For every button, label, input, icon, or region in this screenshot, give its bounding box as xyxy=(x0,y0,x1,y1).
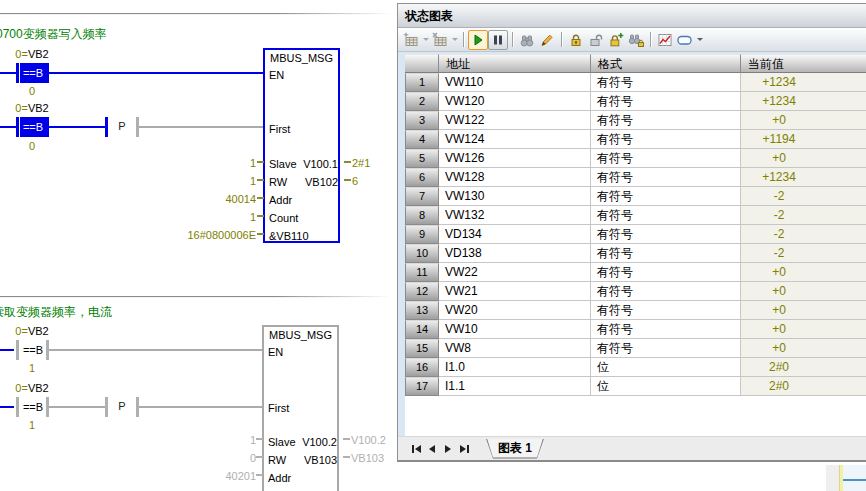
compare-contact[interactable]: ==B xyxy=(20,117,46,137)
mbus-msg-box[interactable]: MBUS_MSG EN First Slave V100.1 RW VB102 … xyxy=(263,48,340,243)
table-row: 8 VW132 有符号 -2 xyxy=(405,206,866,225)
row-number[interactable]: 14 xyxy=(405,320,439,339)
pin-dataptr[interactable]: &VB110 xyxy=(269,230,309,242)
force-button[interactable] xyxy=(566,30,586,50)
cell-format[interactable]: 有符号 xyxy=(591,92,741,111)
last-tab-button[interactable] xyxy=(456,442,472,456)
pin-addr: Addr xyxy=(268,472,291,484)
cell-address[interactable]: VW132 xyxy=(439,206,591,225)
cell-address[interactable]: VD138 xyxy=(439,244,591,263)
pause-icon xyxy=(492,34,504,46)
positive-edge-contact[interactable]: P xyxy=(111,400,133,412)
cell-format[interactable]: 有符号 xyxy=(591,168,741,187)
pin-rw-operand[interactable]: VB102 xyxy=(293,176,338,188)
cell-address[interactable]: VW8 xyxy=(439,339,591,358)
cell-format[interactable]: 有符号 xyxy=(591,301,741,320)
row-number[interactable]: 1 xyxy=(405,73,439,92)
compare-contact[interactable]: ==B xyxy=(20,397,46,417)
cell-format[interactable]: 位 xyxy=(591,358,741,377)
cell-address[interactable]: VW126 xyxy=(439,149,591,168)
cell-current-value: +0 xyxy=(741,111,866,130)
cell-current-value: -2 xyxy=(741,244,866,263)
cell-address[interactable]: VW20 xyxy=(439,301,591,320)
previous-tab-button[interactable] xyxy=(424,442,440,456)
pause-chart-button[interactable] xyxy=(488,30,508,50)
mbus-msg-box[interactable]: MBUS_MSG EN First Slave V100.2 RW VB103 … xyxy=(262,325,339,491)
cell-format[interactable]: 有符号 xyxy=(591,282,741,301)
tab-chart-1[interactable]: 图表 1 xyxy=(486,439,544,459)
compare-contact[interactable]: ==B xyxy=(20,63,46,83)
row-number[interactable]: 16 xyxy=(405,358,439,377)
cell-address[interactable]: VW124 xyxy=(439,130,591,149)
cell-format[interactable]: 有符号 xyxy=(591,187,741,206)
row-number[interactable]: 4 xyxy=(405,130,439,149)
column-header-format[interactable]: 格式 xyxy=(591,54,741,73)
corner-header[interactable] xyxy=(405,54,439,73)
cell-address[interactable]: VD134 xyxy=(439,225,591,244)
write-all-button[interactable] xyxy=(537,30,557,50)
cell-format[interactable]: 有符号 xyxy=(591,263,741,282)
wire xyxy=(0,72,17,74)
contact-operand-label: 0=VB2 xyxy=(2,48,62,60)
row-number[interactable]: 3 xyxy=(405,111,439,130)
network-separator xyxy=(0,296,392,298)
cell-format[interactable]: 有符号 xyxy=(591,73,741,92)
cell-format[interactable]: 有符号 xyxy=(591,244,741,263)
row-number[interactable]: 10 xyxy=(405,244,439,263)
pin-rw-operand[interactable]: VB103 xyxy=(292,454,337,466)
read-all-button[interactable] xyxy=(517,30,537,50)
bookmark-button[interactable] xyxy=(675,30,695,50)
pin-en: EN xyxy=(269,69,284,81)
cell-address[interactable]: VW22 xyxy=(439,263,591,282)
insert-row-dropdown[interactable] xyxy=(421,30,430,50)
cell-address[interactable]: VW21 xyxy=(439,282,591,301)
edge-contact-bar xyxy=(105,117,108,137)
row-number[interactable]: 9 xyxy=(405,225,439,244)
chart-status-button[interactable] xyxy=(468,30,488,50)
read-forced-button[interactable] xyxy=(626,30,646,50)
cell-address[interactable]: VW120 xyxy=(439,92,591,111)
row-number[interactable]: 15 xyxy=(405,339,439,358)
column-header-address[interactable]: 地址 xyxy=(439,54,591,73)
cell-address[interactable]: VW128 xyxy=(439,168,591,187)
row-number[interactable]: 13 xyxy=(405,301,439,320)
delete-row-button[interactable] xyxy=(430,30,450,50)
cell-format[interactable]: 有符号 xyxy=(591,130,741,149)
cell-format[interactable]: 有符号 xyxy=(591,339,741,358)
compare-contact[interactable]: ==B xyxy=(20,340,46,360)
cell-address[interactable]: VW122 xyxy=(439,111,591,130)
wire xyxy=(139,406,262,408)
cell-format[interactable]: 有符号 xyxy=(591,225,741,244)
row-number[interactable]: 11 xyxy=(405,263,439,282)
cell-address[interactable]: I1.0 xyxy=(439,358,591,377)
contact-bar xyxy=(16,397,19,417)
first-tab-button[interactable] xyxy=(408,442,424,456)
cell-address[interactable]: I1.1 xyxy=(439,377,591,396)
cell-format[interactable]: 有符号 xyxy=(591,111,741,130)
row-number[interactable]: 2 xyxy=(405,92,439,111)
column-header-current-value[interactable]: 当前值 xyxy=(741,54,866,73)
delete-row-dropdown[interactable] xyxy=(450,30,459,50)
row-number[interactable]: 7 xyxy=(405,187,439,206)
cell-format[interactable]: 有符号 xyxy=(591,206,741,225)
insert-row-button[interactable] xyxy=(401,30,421,50)
cell-address[interactable]: VW110 xyxy=(439,73,591,92)
cell-format[interactable]: 有符号 xyxy=(591,320,741,339)
force-all-button[interactable] xyxy=(606,30,626,50)
cell-format[interactable]: 有符号 xyxy=(591,149,741,168)
pin-slave-operand[interactable]: V100.1 xyxy=(293,158,338,170)
trend-view-button[interactable] xyxy=(655,30,675,50)
cell-address[interactable]: VW130 xyxy=(439,187,591,206)
next-tab-button[interactable] xyxy=(440,442,456,456)
row-number[interactable]: 5 xyxy=(405,149,439,168)
row-number[interactable]: 12 xyxy=(405,282,439,301)
row-number[interactable]: 17 xyxy=(405,377,439,396)
row-number[interactable]: 6 xyxy=(405,168,439,187)
pin-slave-operand[interactable]: V100.2 xyxy=(292,436,337,448)
bookmark-dropdown[interactable] xyxy=(695,30,704,50)
positive-edge-contact[interactable]: P xyxy=(111,120,133,132)
row-number[interactable]: 8 xyxy=(405,206,439,225)
cell-format[interactable]: 位 xyxy=(591,377,741,396)
unforce-button[interactable] xyxy=(586,30,606,50)
cell-address[interactable]: VW10 xyxy=(439,320,591,339)
